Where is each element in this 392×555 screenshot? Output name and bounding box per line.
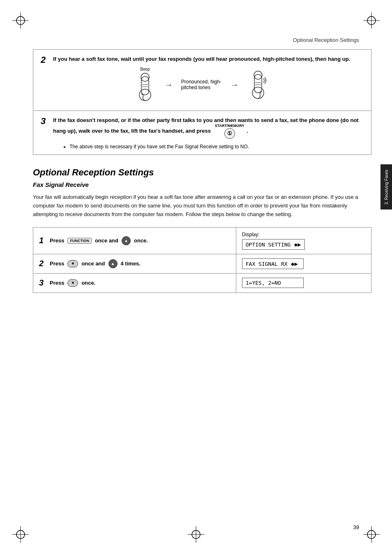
corner-mark-bm — [188, 526, 204, 543]
side-tab: 3. Receiving Faxes — [380, 164, 392, 210]
nav-down-button: ▼ — [67, 260, 78, 267]
step3-row: 3 Press ▼ once. — [39, 278, 230, 288]
beep-label: Beep — [134, 67, 157, 71]
page-number: 39 — [353, 524, 359, 530]
main-content: 2 If you hear a soft fax tone, wait unti… — [33, 49, 371, 522]
step3-cell: 3 Press ▼ once. — [33, 273, 236, 292]
step2-cell: 2 Press ▼ once and ▲ 4 times. — [33, 254, 236, 273]
step1-num: 1 — [39, 236, 47, 245]
step3-bullet-1: The above step is necessary if you have … — [69, 143, 364, 150]
svg-rect-21 — [254, 74, 262, 93]
function-button: FUNCTION — [67, 238, 92, 244]
step2-once-and: once and — [81, 258, 105, 269]
table-row: 1 Press FUNCTION once and ▲ once. Displa… — [33, 227, 371, 254]
corner-mark-bl — [12, 526, 29, 543]
nav-up-button-2: ▲ — [108, 259, 118, 268]
steps-table: 1 Press FUNCTION once and ▲ once. Displa… — [33, 227, 371, 293]
step3-top-box: 3 If the fax doesn't respond, or if the … — [33, 111, 371, 154]
corner-mark-tr — [363, 12, 380, 29]
step3-content: If the fax doesn't respond, or if the ot… — [53, 117, 364, 150]
svg-point-22 — [254, 71, 262, 79]
step3-once: once. — [81, 278, 95, 288]
table-row: 3 Press ▼ once. 1=YES, 2=NO — [33, 273, 371, 292]
display-box-3: 1=YES, 2=NO — [242, 278, 304, 288]
step3-num: 3 — [39, 278, 47, 288]
step2-top-box: 2 If you hear a soft fax tone, wait unti… — [33, 50, 371, 111]
nav-up-button-1: ▲ — [122, 236, 131, 245]
arrow-1: → — [165, 80, 173, 90]
start-memory-btn: START/MEMORY ① — [215, 124, 244, 139]
svg-point-17 — [141, 73, 149, 81]
nav-down-button-2: ▼ — [67, 279, 78, 287]
step1-once: once. — [134, 235, 148, 246]
step2-row: 2 Press ▼ once and ▲ 4 times. — [39, 258, 230, 269]
high-pitched-area: Pronounced, high-pitched tones — [181, 79, 222, 90]
sub-heading: Fax Signal Receive — [33, 181, 371, 188]
phone-handset-2 — [247, 70, 270, 99]
phone-beep: Beep — [134, 67, 157, 102]
corner-mark-tl — [12, 12, 29, 29]
display-box-1: OPTION SETTING ◆▶ — [242, 239, 305, 250]
display-box-2: FAX SIGNAL RX ◆▶ — [242, 258, 304, 269]
svg-rect-16 — [141, 76, 149, 95]
arrow-2: → — [231, 80, 239, 90]
intro-text: Your fax will automatically begin recept… — [33, 193, 371, 219]
step2-content: If you hear a soft fax tone, wait until … — [53, 55, 350, 106]
step2-title: If you hear a soft fax tone, wait until … — [53, 55, 350, 63]
step1-press-label: Press — [50, 235, 64, 246]
page-header: Optional Reception Settings — [293, 37, 359, 43]
corner-mark-br — [363, 526, 380, 543]
step2-display-cell: FAX SIGNAL RX ◆▶ — [236, 254, 371, 273]
step3-number: 3 — [41, 117, 46, 126]
step1-row: 1 Press FUNCTION once and ▲ once. — [39, 235, 230, 246]
high-pitched-label: Pronounced, high-pitched tones — [181, 79, 222, 90]
step2-num: 2 — [39, 259, 47, 268]
section-heading: Optional Reception Settings — [33, 167, 371, 178]
step2-press-label: Press — [50, 258, 64, 269]
phone-handset-1 — [134, 72, 157, 101]
table-row: 2 Press ▼ once and ▲ 4 times. FAX SIGNAL… — [33, 254, 371, 273]
step3-press-label: Press — [50, 278, 64, 288]
step1-display-cell: Display: OPTION SETTING ◆▶ — [236, 227, 371, 254]
step3-bullets: The above step is necessary if you have … — [53, 143, 364, 150]
step1-cell: 1 Press FUNCTION once and ▲ once. — [33, 227, 236, 254]
step3-display-cell: 1=YES, 2=NO — [236, 273, 371, 292]
step2-number: 2 — [41, 55, 46, 64]
step2-illustration: Beep → — [53, 67, 350, 102]
step3-title: If the fax doesn't respond, or if the ot… — [53, 117, 364, 139]
display-label-1: Display: — [242, 232, 365, 237]
step1-once-and: once and — [95, 235, 118, 246]
step2-4times: 4 times. — [121, 258, 141, 269]
top-steps-box: 2 If you hear a soft fax tone, wait unti… — [33, 49, 371, 155]
